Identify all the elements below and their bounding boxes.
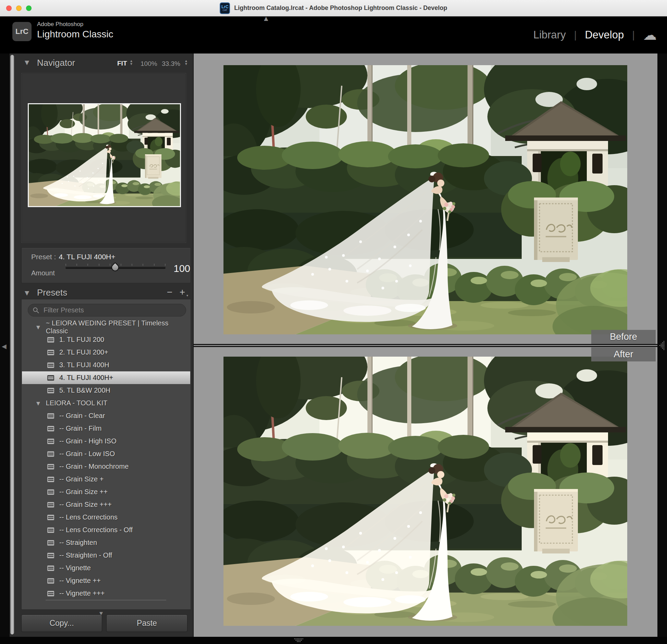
remove-preset-button[interactable]: − <box>165 287 175 298</box>
preset-file-icon <box>47 464 54 469</box>
preset-item[interactable]: -- Grain Size + <box>22 473 190 486</box>
after-label: After <box>591 347 656 361</box>
preset-item-label: 1. TL FUJI 200 <box>59 336 104 344</box>
filter-presets-box[interactable] <box>28 304 186 317</box>
zoom-fit-button[interactable]: FIT <box>117 60 127 67</box>
tab-develop[interactable]: Develop <box>585 29 624 41</box>
before-photo[interactable] <box>223 65 627 334</box>
preset-item[interactable]: -- Straighten <box>22 536 190 549</box>
left-panel: ▼ Navigator FIT ▴▾ 100% 33.3% ▴▾ Preset … <box>10 53 194 637</box>
preset-group-header[interactable]: ▼~ LEIORA WEDING PRESET | Timeless Class… <box>22 321 190 333</box>
preset-item[interactable]: -- Lens Corrections - Off <box>22 524 190 536</box>
zoom-100-button[interactable]: 100% <box>141 60 157 68</box>
preset-file-icon <box>47 477 54 482</box>
preset-item[interactable]: -- Grain - High ISO <box>22 435 190 448</box>
preset-group-label: LEIORA - TOOL KIT <box>46 399 108 407</box>
preset-item-label: 2. TL FUJI 200+ <box>59 348 108 356</box>
minimize-button[interactable] <box>16 5 22 11</box>
after-photo[interactable] <box>223 357 627 626</box>
zoom-level-value[interactable]: 33.3% <box>162 60 180 68</box>
bottom-panel-grip-icon[interactable] <box>294 638 303 643</box>
navigator-title[interactable]: Navigator <box>37 58 75 68</box>
preset-group-header[interactable]: ▼LEIORA - TOOL KIT <box>22 397 190 409</box>
preset-item-label: -- Grain - Low ISO <box>59 450 115 458</box>
preset-item[interactable]: -- Vignette <box>22 562 190 574</box>
lightroom-window: LrC CAT Lightroom Catalog.lrcat - Adobe … <box>0 0 667 644</box>
preset-item-label: -- Grain - Clear <box>59 412 105 420</box>
preset-item-label: -- Grain Size ++ <box>59 488 108 496</box>
preset-item-label: -- Grain Size +++ <box>59 501 112 509</box>
preset-item[interactable]: 1. TL FUJI 200 <box>22 333 190 346</box>
preset-item[interactable]: 2. TL FUJI 200+ <box>22 346 190 359</box>
preset-item-label: -- Vignette ++ <box>59 577 101 585</box>
close-button[interactable] <box>6 5 12 11</box>
tab-library[interactable]: Library <box>533 29 566 41</box>
titlebar: LrC CAT Lightroom Catalog.lrcat - Adobe … <box>0 0 667 16</box>
presets-panel: ▼~ LEIORA WEDING PRESET | Timeless Class… <box>21 299 191 610</box>
preset-file-icon <box>47 413 54 419</box>
cloud-sync-icon[interactable]: ☁ <box>643 28 657 42</box>
group-expand-icon[interactable]: ▼ <box>36 401 40 406</box>
preset-item[interactable]: -- Vignette ++ <box>22 574 190 587</box>
zoom-level-stepper-icon[interactable]: ▴▾ <box>185 59 187 65</box>
navigator-collapse-icon[interactable]: ▼ <box>25 59 29 66</box>
preset-item[interactable]: -- Grain - Low ISO <box>22 448 190 460</box>
preset-item[interactable]: -- Grain Size +++ <box>22 498 190 511</box>
preset-item[interactable]: -- Vignette +++ <box>22 587 190 600</box>
module-separator: | <box>574 29 577 41</box>
amount-value: 100 <box>171 263 190 274</box>
navigator-preview[interactable] <box>28 103 181 207</box>
compare-pane-divider[interactable] <box>194 344 657 347</box>
preset-item[interactable]: 5. TL B&W 200H <box>22 384 190 397</box>
preset-item-label: 3. TL FUJI 400H <box>59 361 109 369</box>
preset-item[interactable]: -- Grain Size ++ <box>22 486 190 498</box>
preset-file-icon <box>47 439 54 444</box>
preset-file-icon <box>47 591 54 596</box>
collapse-left-panel-icon[interactable]: ◀ <box>2 343 7 350</box>
preset-file-icon <box>47 426 54 431</box>
before-label: Before <box>591 330 656 344</box>
panel-scrollbar[interactable] <box>10 55 14 634</box>
presets-collapse-icon[interactable]: ▼ <box>25 289 29 296</box>
preset-item-label: -- Lens Corrections <box>59 513 118 521</box>
preset-item-label: -- Vignette +++ <box>59 589 105 597</box>
preset-file-icon <box>47 578 54 584</box>
copy-button[interactable]: Copy... <box>21 615 102 632</box>
traffic-lights <box>6 5 32 11</box>
right-panel-rail[interactable] <box>657 53 667 637</box>
zoom-fit-stepper-icon[interactable]: ▴▾ <box>130 59 132 65</box>
amount-label: Amount <box>31 269 55 277</box>
presets-title[interactable]: Presets <box>37 287 67 298</box>
preset-file-icon <box>47 502 54 508</box>
preset-item[interactable]: 4. TL FUJI 400H+ <box>22 371 190 384</box>
preset-file-icon <box>47 515 54 520</box>
preset-item[interactable]: -- Grain - Monochrome <box>22 460 190 473</box>
preset-item-label: -- Vignette <box>59 564 91 572</box>
preset-item[interactable]: -- Lens Corrections <box>22 511 190 524</box>
preset-item[interactable]: 3. TL FUJI 400H <box>22 359 190 371</box>
left-panel-rail[interactable]: ◀ <box>0 53 10 637</box>
zoom-button[interactable] <box>26 5 32 11</box>
preset-file-icon <box>47 565 54 571</box>
preset-item-label: -- Straighten - Off <box>59 551 112 559</box>
preset-value: 4. TL FUJI 400H+ <box>59 253 115 261</box>
preset-item-label: -- Grain - Film <box>59 425 101 432</box>
window-title: Lightroom Catalog.lrcat - Adobe Photosho… <box>234 4 447 12</box>
preset-file-icon <box>47 540 54 546</box>
group-expand-icon[interactable]: ▼ <box>36 324 40 330</box>
preset-item[interactable]: -- Grain - Clear <box>22 409 190 422</box>
bottom-panel-rail[interactable] <box>0 637 667 644</box>
preset-item[interactable]: -- Straighten - Off <box>22 549 190 562</box>
add-preset-button[interactable]: + <box>177 287 187 298</box>
list-end-divider <box>46 600 166 600</box>
preset-label: Preset : <box>31 253 56 261</box>
right-panel-grip-icon[interactable] <box>659 341 665 350</box>
collapse-top-panel-icon[interactable]: ▲ <box>264 15 268 22</box>
add-preset-caret-icon[interactable]: ▾ <box>186 294 188 297</box>
filter-presets-input[interactable] <box>43 306 181 314</box>
preset-item[interactable]: -- Grain - Film <box>22 422 190 435</box>
preset-file-icon <box>47 375 54 381</box>
preset-item-label: -- Grain - High ISO <box>59 437 117 445</box>
preset-item-label: -- Grain - Monochrome <box>59 463 129 470</box>
paste-button[interactable]: Paste <box>106 615 187 632</box>
